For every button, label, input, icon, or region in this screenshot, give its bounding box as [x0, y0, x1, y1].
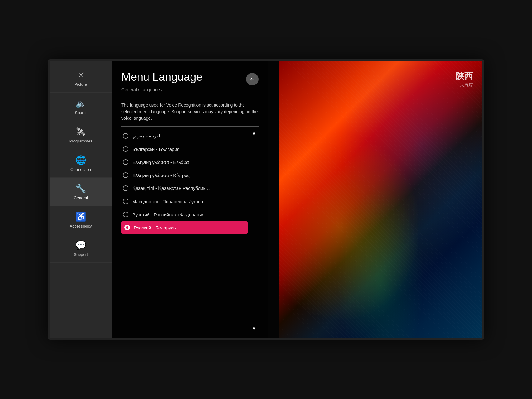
general-icon: 🔧: [75, 183, 86, 194]
lang-text-arabic: العربية - مغربي: [132, 133, 162, 139]
scroll-up-button[interactable]: ∧: [249, 130, 259, 137]
sidebar-item-programmes[interactable]: 🛰 Programmes: [50, 121, 112, 149]
sidebar-item-general[interactable]: 🔧 General: [50, 178, 112, 206]
tv-frame: ✳ Picture 🔈 Sound 🛰 Programmes 🌐 Connect…: [48, 59, 484, 340]
sidebar: ✳ Picture 🔈 Sound 🛰 Programmes 🌐 Connect…: [50, 61, 112, 338]
radio-arabic: [123, 133, 128, 139]
radio-russian-belarus: [124, 225, 130, 230]
sidebar-item-support[interactable]: 💬 Support: [50, 234, 112, 263]
language-list: ∧ العربية - مغربيБългарски - БългарияΕλλ…: [121, 130, 259, 332]
lang-item-macedonian[interactable]: Македонски - Поранешна Југосл…: [121, 195, 248, 208]
lang-item-arabic[interactable]: العربية - مغربي: [121, 130, 248, 142]
programmes-icon: 🛰: [76, 127, 85, 137]
sidebar-label-connection: Connection: [70, 167, 91, 172]
support-icon: 💬: [75, 240, 86, 250]
sidebar-label-sound: Sound: [75, 110, 87, 115]
lang-items-container: العربية - مغربيБългарски - БългарияΕλλην…: [121, 130, 259, 234]
lang-text-russian-belarus: Русский - Беларусь: [134, 225, 176, 230]
radio-greek-greece: [123, 159, 128, 165]
radio-macedonian: [123, 199, 128, 204]
lang-text-bulgarian: Български - България: [132, 147, 180, 152]
lang-item-kazakh[interactable]: Қазақ тілі - Қазақстан Республик…: [121, 182, 248, 195]
radio-inner-russian-belarus: [126, 226, 128, 229]
sidebar-label-general: General: [74, 195, 88, 200]
sidebar-label-accessibility: Accessibility: [70, 224, 92, 228]
lang-text-greek-greece: Ελληνική γλώσσα - Ελλάδα: [132, 160, 189, 165]
lang-item-russian-russia[interactable]: Русский - Российская Федерация: [121, 208, 248, 221]
back-button[interactable]: ↩: [246, 73, 259, 85]
sidebar-label-picture: Picture: [75, 82, 87, 87]
sound-icon: 🔈: [75, 98, 86, 108]
menu-title: Menu Language: [121, 70, 202, 84]
scroll-down-button[interactable]: ∨: [249, 325, 259, 332]
sidebar-label-programmes: Programmes: [69, 139, 92, 143]
lang-text-russian-russia: Русский - Российская Федерация: [132, 212, 205, 217]
sidebar-item-sound[interactable]: 🔈 Sound: [50, 93, 112, 121]
radio-bulgarian: [123, 146, 128, 152]
sidebar-item-accessibility[interactable]: ♿ Accessibility: [50, 206, 112, 234]
main-content: 陕西 大雁塔 Menu Language ↩ General / Languag…: [112, 61, 482, 338]
sidebar-label-support: Support: [74, 252, 88, 257]
accessibility-icon: ♿: [75, 212, 86, 222]
menu-header: Menu Language ↩: [121, 70, 259, 85]
radio-kazakh: [123, 185, 128, 191]
background-image: 陕西 大雁塔: [279, 61, 482, 338]
lang-item-greek-greece[interactable]: Ελληνική γλώσσα - Ελλάδα: [121, 156, 248, 168]
connection-icon: 🌐: [75, 155, 86, 165]
divider-top: [121, 97, 259, 97]
lang-text-macedonian: Македонски - Поранешна Југосл…: [132, 199, 208, 204]
breadcrumb: General / Language /: [121, 87, 259, 92]
lang-item-greek-cyprus[interactable]: Ελληνική γλώσσα - Κύπρος: [121, 169, 248, 181]
sidebar-item-connection[interactable]: 🌐 Connection: [50, 149, 112, 178]
radio-greek-cyprus: [123, 172, 128, 178]
lang-item-bulgarian[interactable]: Български - България: [121, 143, 248, 155]
lang-text-kazakh: Қазақ тілі - Қазақстан Республик…: [132, 185, 210, 191]
picture-icon: ✳: [77, 70, 85, 80]
sidebar-item-picture[interactable]: ✳ Picture: [50, 64, 112, 93]
radio-russian-russia: [123, 212, 128, 217]
menu-panel: Menu Language ↩ General / Language / The…: [112, 61, 268, 338]
lang-text-greek-cyprus: Ελληνική γλώσσα - Κύπρος: [132, 173, 190, 178]
divider-bottom: [121, 126, 259, 127]
lang-item-russian-belarus[interactable]: Русский - Беларусь: [121, 221, 248, 234]
info-text: The language used for Voice Recognition …: [121, 102, 259, 122]
